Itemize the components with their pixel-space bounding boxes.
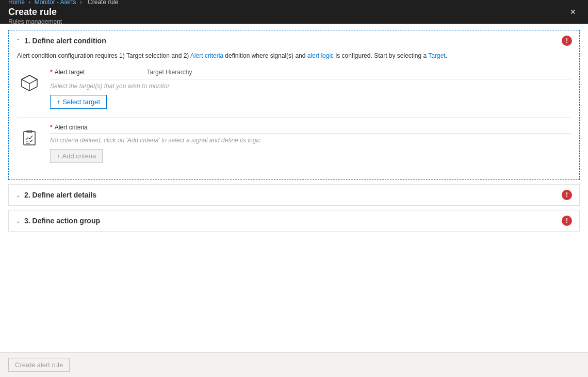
divider-1 xyxy=(17,117,571,118)
alert-criteria-link[interactable]: Alert criteria xyxy=(190,52,223,59)
accordion-title-1: 1. Define alert condition xyxy=(24,37,106,45)
accordion-body-1: Alert condition configuration requires 1… xyxy=(9,51,579,179)
error-badge-1: ! xyxy=(562,36,572,46)
alert-target-content: * Alert target Target Hierarchy Select t… xyxy=(50,69,571,109)
error-badge-3: ! xyxy=(562,216,572,226)
breadcrumb-current: Create rule xyxy=(88,0,118,6)
breadcrumb-home[interactable]: Home xyxy=(8,0,25,6)
target-link[interactable]: Target xyxy=(428,52,445,59)
chevron-up-icon: ⌃ xyxy=(16,38,20,44)
top-bar-left: Home › Monitor - Alerts › Create rule Cr… xyxy=(8,0,120,25)
error-badge-2: ! xyxy=(562,190,572,200)
alert-criteria-placeholder: No criteria defined, click on 'Add crite… xyxy=(50,137,571,144)
alert-criteria-label: * Alert criteria xyxy=(50,124,571,131)
page-title: Create rule xyxy=(8,7,120,18)
alert-criteria-row: * Alert criteria No criteria defined, cl… xyxy=(17,124,571,163)
alert-target-label: * Alert target xyxy=(50,69,85,76)
accordion-define-alert-details: ⌄ 2. Define alert details ! xyxy=(8,184,580,206)
svg-line-4 xyxy=(29,79,37,84)
alert-criteria-content: * Alert criteria No criteria defined, cl… xyxy=(50,124,571,163)
alert-target-placeholder: Select the target(s) that you wish to mo… xyxy=(50,83,571,90)
bottom-bar: Create alert rule xyxy=(0,352,588,377)
alert-logic-link[interactable]: alert logic xyxy=(307,52,334,59)
accordion-define-alert-condition: ⌃ 1. Define alert condition ! Alert cond… xyxy=(8,30,580,180)
accordion-header-2[interactable]: ⌄ 2. Define alert details ! xyxy=(9,185,579,205)
breadcrumb: Home › Monitor - Alerts › Create rule xyxy=(8,0,120,6)
main-content: ⌃ 1. Define alert condition ! Alert cond… xyxy=(0,24,588,352)
target-hierarchy-label: Target Hierarchy xyxy=(146,69,192,78)
chevron-down-icon-2: ⌄ xyxy=(16,192,20,198)
alert-target-icon xyxy=(17,71,42,95)
svg-line-3 xyxy=(22,79,29,84)
top-bar: Home › Monitor - Alerts › Create rule Cr… xyxy=(0,0,588,24)
alert-target-row: * Alert target Target Hierarchy Select t… xyxy=(17,69,571,109)
info-text-1: Alert condition configuration requires 1… xyxy=(17,51,571,60)
accordion-title-3: 3. Define action group xyxy=(24,217,100,225)
breadcrumb-monitor-alerts[interactable]: Monitor - Alerts xyxy=(35,0,76,6)
accordion-header-3[interactable]: ⌄ 3. Define action group ! xyxy=(9,210,579,231)
accordion-define-action-group: ⌄ 3. Define action group ! xyxy=(8,210,580,232)
create-alert-rule-button[interactable]: Create alert rule xyxy=(8,358,70,372)
alert-criteria-icon xyxy=(17,126,42,151)
select-target-button[interactable]: + Select target xyxy=(50,95,107,109)
accordion-title-2: 2. Define alert details xyxy=(24,191,96,199)
svg-marker-1 xyxy=(22,75,37,84)
accordion-header-1[interactable]: ⌃ 1. Define alert condition ! xyxy=(9,30,579,51)
chevron-down-icon-3: ⌄ xyxy=(16,218,20,224)
close-button[interactable]: × xyxy=(566,5,580,19)
add-criteria-button: + Add criteria xyxy=(50,149,103,163)
